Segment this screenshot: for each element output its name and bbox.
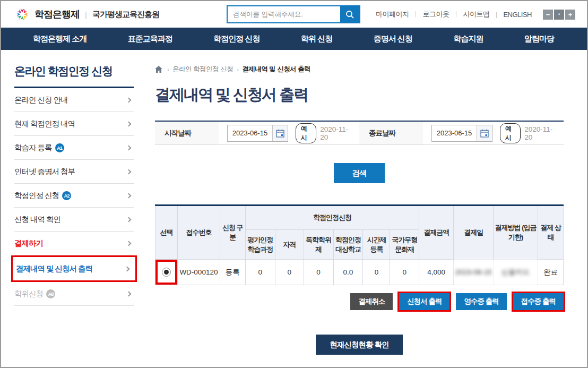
sidebar-title: 온라인 학점인정 신청: [14, 64, 134, 88]
col-select: 선택: [155, 206, 178, 260]
row-action-buttons: 결제취소 신청서 출력 영수증 출력 접수증 출력: [155, 293, 564, 310]
row-status: 완료: [538, 260, 563, 285]
row-accredited-course: 0: [245, 260, 275, 285]
sidebar-item-online-guide[interactable]: 온라인 신청 안내: [14, 88, 134, 112]
row-amount: 4,000: [419, 260, 454, 285]
example-badge: 예시: [500, 123, 521, 143]
sidebar-item-label: 학점인정 신청: [14, 191, 59, 201]
calendar-icon: [480, 129, 489, 138]
english-link[interactable]: ENGLISH: [496, 11, 539, 19]
sidebar-item-payment[interactable]: 결제하기: [14, 232, 134, 255]
sidebar: 온라인 학점인정 신청 온라인 신청 안내 현재 학점인정 내역 학습자 등록 …: [14, 50, 134, 355]
col-accredited-course: 평가인정 학습과정: [245, 230, 275, 260]
row-apply-type: 등록: [220, 260, 245, 285]
print-application-button[interactable]: 신청서 출력: [399, 293, 449, 310]
nav-item-learning-support[interactable]: 학습지원: [453, 34, 483, 44]
sidebar-item-label: 온라인 신청 안내: [14, 95, 68, 105]
font-reset-button[interactable]: •: [554, 10, 564, 20]
breadcrumb-item-current: 결제내역 및 신청서 출력: [242, 65, 310, 74]
mypage-link[interactable]: 마이페이지: [369, 10, 416, 19]
sidebar-item-payment-history-print[interactable]: 결제내역 및 신청서 출력: [11, 255, 137, 282]
nav-item-curriculum[interactable]: 표준교육과정: [128, 34, 172, 44]
col-pay-date: 결제일: [454, 206, 494, 260]
col-group-credit-apply: 학점인정신청: [245, 206, 419, 230]
table-row: WD-000120 등록 0 0 0 0.0 0 0 4,000 2023-06…: [155, 260, 564, 285]
sidebar-item-learner-registration[interactable]: 학습자 등록 A1: [14, 136, 134, 160]
sidebar-item-credit-apply[interactable]: 학점인정 신청 A2: [14, 184, 134, 208]
font-decrease-button[interactable]: −: [543, 10, 553, 20]
step-badge-a8: A8: [46, 289, 55, 298]
row-receipt-no: WD-000120: [177, 260, 220, 285]
nav-item-certificate-apply[interactable]: 증명서 신청: [374, 34, 412, 44]
sidebar-item-current-credits[interactable]: 현재 학점인정 내역: [14, 112, 134, 136]
logo-subtitle: 국가평생교육진흥원: [92, 10, 159, 20]
col-status: 결제 상태: [538, 206, 563, 260]
payment-history-table: 선택 접수번호 신청 구분 학점인정신청 결제금액 결제일 결제방법 (입금기한…: [155, 204, 564, 285]
chevron-right-icon: [126, 169, 132, 174]
main-nav: 학점은행제 소개 표준교육과정 학점인정 신청 학위 신청 증명서 신청 학습지…: [1, 28, 587, 50]
chevron-right-icon: [126, 217, 132, 222]
row-select-radio[interactable]: [162, 268, 171, 277]
chevron-right-icon: [125, 266, 130, 271]
chevron-right-icon: [126, 145, 132, 150]
col-apply-type: 신청 구분: [220, 206, 245, 260]
step-badge-a1: A1: [55, 143, 64, 152]
search-input[interactable]: [228, 6, 340, 22]
row-qualification: 0: [275, 260, 304, 285]
col-receipt-no: 접수번호: [177, 206, 220, 260]
sidebar-item-label: 현재 학점인정 내역: [14, 119, 75, 129]
font-increase-button[interactable]: +: [565, 10, 575, 20]
cancel-payment-button[interactable]: 결제취소: [350, 293, 393, 310]
breadcrumb-separator: ›: [237, 66, 238, 73]
sidebar-item-certificate-attach[interactable]: 인터넷 증명서 첨부: [14, 160, 134, 184]
nav-item-credit-apply[interactable]: 학점인정 신청: [213, 34, 260, 44]
end-date-calendar-button[interactable]: [477, 125, 492, 141]
chevron-right-icon: [126, 121, 132, 126]
nav-item-about[interactable]: 학점은행제 소개: [33, 34, 87, 44]
home-icon[interactable]: [155, 66, 162, 73]
sidebar-item-label: 결제내역 및 신청서 출력: [16, 264, 92, 274]
start-date-input[interactable]: [228, 125, 272, 141]
global-search: [227, 5, 360, 23]
example-date: 2020-11-20: [524, 125, 556, 141]
start-date-calendar-button[interactable]: [272, 125, 288, 141]
end-date-input[interactable]: [432, 125, 477, 141]
chevron-right-icon: [126, 291, 132, 296]
flower-logo-icon: [14, 6, 30, 22]
font-size-controls: − • +: [543, 10, 575, 20]
col-pay-method: 결제방법 (입금기한): [494, 206, 538, 260]
site-logo[interactable]: 학점은행제 | 국가평생교육진흥원: [14, 6, 227, 22]
sidebar-item-label: 학습자 등록: [14, 143, 52, 153]
nav-item-notice[interactable]: 알림마당: [524, 34, 554, 44]
page-title: 결제내역 및 신청서 출력: [155, 84, 564, 106]
print-receipt-button[interactable]: 영수증 출력: [456, 293, 506, 310]
sidebar-item-label: 결제하기: [14, 238, 43, 249]
breadcrumb: › 온라인 학점인정 신청 › 결제내역 및 신청서 출력: [155, 65, 564, 74]
nav-item-degree-apply[interactable]: 학위 신청: [301, 34, 332, 44]
row-pay-method: 신용카드: [494, 260, 538, 285]
start-date-field: 예시 2020-11-20: [219, 122, 359, 144]
sidebar-item-label: 학위신청: [14, 289, 43, 299]
search-icon: [345, 10, 354, 19]
col-credit-target-school: 학점인정 대상학교: [333, 230, 363, 260]
breadcrumb-item-section[interactable]: 온라인 학점인정 신청: [172, 65, 233, 74]
chevron-right-icon: [126, 241, 132, 246]
check-current-status-button[interactable]: 현재신청현황 확인: [316, 335, 402, 355]
row-intangible-heritage: 0: [390, 260, 419, 285]
print-registration-slip-button[interactable]: 접수증 출력: [513, 293, 564, 310]
step-badge-a2: A2: [62, 191, 71, 200]
sidebar-item-application-history[interactable]: 신청 내역 확인: [14, 208, 134, 232]
filter-search-button[interactable]: 검색: [334, 163, 385, 183]
chevron-right-icon: [126, 193, 132, 198]
page-frame: 학점은행제 | 국가평생교육진흥원 마이페이지 로그아웃 사이트맵 ENGLIS…: [0, 0, 588, 368]
row-credit-target-school: 0.0: [333, 260, 363, 285]
logo-divider: |: [85, 10, 87, 19]
row-pay-date: 2023-06-15: [454, 260, 494, 285]
sitemap-link[interactable]: 사이트맵: [456, 10, 496, 19]
search-button[interactable]: [340, 6, 359, 22]
sidebar-item-degree-apply[interactable]: 학위신청 A8: [14, 282, 134, 306]
example-badge: 예시: [296, 123, 316, 143]
sidebar-item-label: 신청 내역 확인: [14, 215, 60, 225]
logout-link[interactable]: 로그아웃: [416, 10, 456, 19]
calendar-icon: [276, 129, 284, 138]
